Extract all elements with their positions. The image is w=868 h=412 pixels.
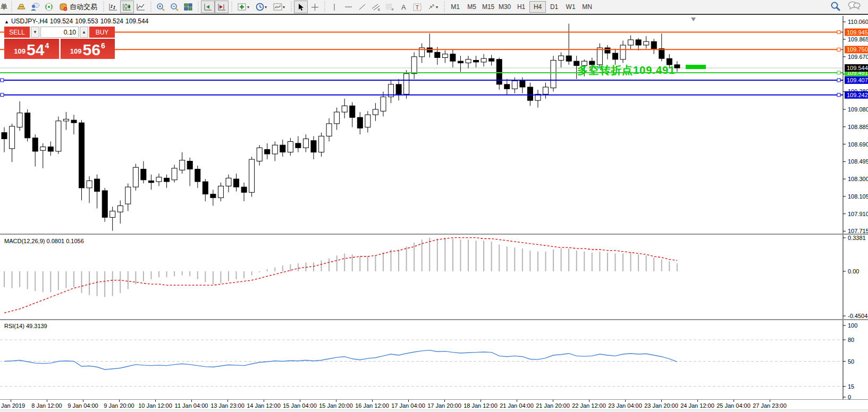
price-badge: 109.750: [845, 46, 868, 53]
tab-timeframe-D1[interactable]: D1: [546, 1, 562, 13]
buy-button[interactable]: BUY: [89, 27, 115, 38]
signals-icon[interactable]: [42, 1, 56, 13]
time-label: 21 Jan 04:00: [500, 402, 534, 409]
collapse-panel-icon[interactable]: ▲: [4, 19, 9, 24]
sell-button[interactable]: SELL: [4, 27, 30, 38]
hline-109.491[interactable]: [0, 71, 843, 74]
tab-timeframe-H4[interactable]: H4: [529, 1, 546, 13]
arrows-tool-icon[interactable]: ▾: [424, 1, 441, 13]
indicators-icon[interactable]: ▾: [234, 1, 252, 13]
time-label: 9 Jan 20:00: [104, 402, 134, 409]
text-tool-icon[interactable]: A: [397, 1, 410, 13]
chevron-down-icon[interactable]: ▾: [283, 5, 285, 10]
auto-scroll-icon[interactable]: [201, 1, 215, 13]
macd-histogram: [4, 238, 677, 297]
templates-icon[interactable]: ▾: [270, 1, 288, 13]
ohlc-close: 109.544: [125, 18, 148, 25]
time-label: 27 Jan 23:00: [753, 402, 787, 409]
hline-109.242[interactable]: [0, 93, 843, 97]
rsi-line: [4, 350, 677, 370]
sell-price-sup: 4: [45, 41, 49, 50]
fibonacci-tool-icon[interactable]: F: [383, 1, 397, 13]
mql5-community-icon[interactable]: [28, 1, 42, 13]
autotrading-button[interactable]: 自动交易: [56, 1, 100, 13]
horizontal-line-tool-icon[interactable]: [341, 1, 355, 13]
svg-text:0: 0: [848, 394, 851, 399]
time-label: 17 Jan 04:00: [391, 402, 425, 409]
tab-timeframe-M15[interactable]: M15: [480, 1, 496, 13]
zoom-in-icon[interactable]: [154, 1, 167, 13]
ohlc-low: 109.524: [100, 18, 123, 25]
text-label-tool-icon[interactable]: T: [410, 1, 424, 13]
periods-icon[interactable]: ▾: [252, 1, 270, 13]
line-handle: [1, 79, 4, 82]
sell-price-tile[interactable]: 109 54 4: [4, 39, 59, 59]
chat-icon[interactable]: [848, 1, 861, 13]
new-order-button[interactable]: 单: [0, 1, 9, 13]
time-tick: [83, 400, 83, 402]
tab-timeframe-W1[interactable]: W1: [562, 1, 579, 13]
time-label: 24 Jan 12:00: [680, 402, 714, 409]
price-badge: 109.242: [845, 91, 868, 99]
svg-text:-0.4504: -0.4504: [848, 313, 867, 319]
time-label: 18 Jan 12:00: [464, 402, 498, 409]
svg-text:T: T: [416, 4, 419, 11]
tab-timeframe-MN[interactable]: MN: [579, 1, 595, 13]
chevron-down-icon[interactable]: ▾: [265, 5, 267, 10]
chart-ohlc-title: ▲USDJPY-,H4109.524109.553109.524109.544: [4, 18, 150, 25]
svg-text:F: F: [392, 8, 394, 11]
time-tick: [372, 400, 373, 402]
chevron-down-icon[interactable]: ▾: [436, 5, 438, 10]
channel-tool-icon[interactable]: E: [369, 1, 383, 13]
time-tick: [11, 400, 11, 402]
line-handle: [837, 48, 840, 51]
candlestick-chart-type-icon[interactable]: [120, 1, 134, 13]
cursor-tool-icon[interactable]: [294, 1, 308, 13]
vertical-line-tool-icon[interactable]: [327, 1, 341, 13]
tile-windows-icon[interactable]: [181, 1, 195, 13]
volume-increase-button[interactable]: ▲: [80, 27, 88, 38]
zoom-out-icon[interactable]: [167, 1, 181, 13]
bar-chart-type-icon[interactable]: [106, 1, 120, 13]
volume-input[interactable]: [40, 27, 79, 38]
hline-109.407[interactable]: [0, 79, 843, 82]
toolbar-grip: [289, 2, 293, 12]
tab-timeframe-M1[interactable]: M1: [447, 1, 464, 13]
volume-decrease-button[interactable]: ▼: [31, 27, 39, 38]
line-handle: [837, 71, 840, 74]
chevron-down-icon[interactable]: ▾: [247, 5, 249, 10]
annotation-highlight-bar: [686, 65, 706, 69]
tab-timeframe-M30[interactable]: M30: [496, 1, 513, 13]
time-label: 8 Jan 12:00: [31, 402, 62, 409]
toolbar-grip: [102, 2, 105, 12]
macd-pane: 0.33810.00-0.4504: [0, 235, 868, 319]
market-watch-icon[interactable]: [14, 1, 28, 13]
tab-timeframe-M5[interactable]: M5: [464, 1, 480, 13]
toolbar-grip: [323, 2, 326, 12]
line-handle: [1, 93, 4, 97]
tab-timeframe-H1[interactable]: H1: [513, 1, 529, 13]
svg-text:108.495: 108.495: [848, 158, 868, 165]
toolbar: 单 自动交易: [0, 0, 868, 15]
svg-text:E: E: [378, 8, 380, 11]
price-chart[interactable]: 110.060109.865109.670109.475109.280109.0…: [0, 16, 868, 234]
time-tick: [625, 400, 626, 402]
time-label: 11 Jan 04:00: [175, 402, 208, 409]
chart-shift-icon[interactable]: [215, 1, 229, 13]
trendline-tool-icon[interactable]: [355, 1, 369, 13]
line-handle: [837, 79, 840, 82]
time-label: 7 Jan 2019: [0, 402, 25, 409]
time-label: 13 Jan 23:00: [210, 402, 245, 409]
line-handle: [837, 31, 840, 34]
time-axis[interactable]: 7 Jan 20198 Jan 12:009 Jan 04:009 Jan 20…: [0, 400, 868, 409]
svg-text:0.00: 0.00: [848, 268, 859, 274]
chart-shift-marker: [691, 18, 696, 21]
buy-price-big: 56: [83, 42, 100, 57]
buy-price-tile[interactable]: 109 56 6: [61, 39, 115, 59]
crosshair-tool-icon[interactable]: [308, 1, 322, 13]
hline-109.945[interactable]: [0, 31, 843, 34]
line-chart-type-icon[interactable]: [134, 1, 148, 13]
search-icon[interactable]: [830, 1, 840, 13]
time-tick: [191, 400, 192, 402]
time-label: 25 Jan 04:00: [717, 402, 751, 409]
